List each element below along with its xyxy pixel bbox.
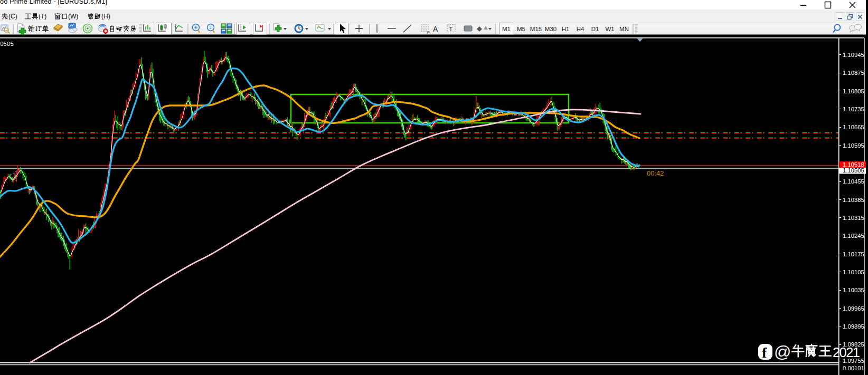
svg-text:(W): (W) [68, 13, 78, 20]
svg-text:1.10595: 1.10595 [843, 142, 864, 149]
svg-text:1.10455: 1.10455 [843, 178, 864, 185]
svg-text:0.00101: 0.00101 [843, 365, 864, 371]
svg-text:1.10505: 1.10505 [843, 167, 864, 174]
svg-text:1.09895: 1.09895 [843, 323, 864, 330]
svg-text:A: A [433, 25, 438, 33]
svg-text:M1: M1 [502, 26, 511, 32]
svg-text:1.10315: 1.10315 [843, 215, 864, 221]
svg-text:M15: M15 [530, 26, 542, 32]
svg-text:F: F [427, 30, 430, 35]
svg-text:H1: H1 [562, 26, 570, 32]
svg-text:1.10035: 1.10035 [843, 287, 864, 293]
svg-text:(T): (T) [39, 13, 46, 20]
svg-text:f: f [762, 344, 767, 361]
svg-text:1.10875: 1.10875 [843, 70, 864, 76]
svg-text:T: T [449, 26, 453, 32]
svg-text:1.10245: 1.10245 [843, 233, 864, 239]
svg-text:.0505: .0505 [0, 41, 14, 47]
svg-text:1.10385: 1.10385 [843, 197, 864, 203]
svg-text:@: @ [774, 342, 791, 361]
svg-text:1.10175: 1.10175 [843, 251, 864, 257]
svg-text:1.10735: 1.10735 [843, 106, 864, 112]
svg-text:D1: D1 [591, 26, 599, 32]
svg-text:-: - [210, 25, 211, 31]
svg-text:MN: MN [619, 26, 629, 32]
svg-text:1.10518: 1.10518 [843, 161, 864, 168]
svg-text:M30: M30 [545, 26, 556, 32]
svg-text:(H): (H) [101, 13, 110, 20]
svg-text:1.09965: 1.09965 [843, 305, 864, 312]
svg-text:1.10665: 1.10665 [843, 124, 864, 130]
svg-text:W1: W1 [605, 26, 614, 32]
svg-text:00:42: 00:42 [647, 169, 664, 177]
svg-text:2021: 2021 [833, 345, 860, 360]
svg-text:1.10805: 1.10805 [843, 88, 864, 94]
svg-text:H4: H4 [577, 26, 584, 32]
svg-text:+: + [194, 25, 197, 31]
svg-text:M5: M5 [517, 26, 525, 32]
svg-text:1.10105: 1.10105 [843, 269, 864, 275]
svg-text:(C): (C) [8, 13, 17, 20]
svg-text:1.10945: 1.10945 [843, 52, 864, 58]
